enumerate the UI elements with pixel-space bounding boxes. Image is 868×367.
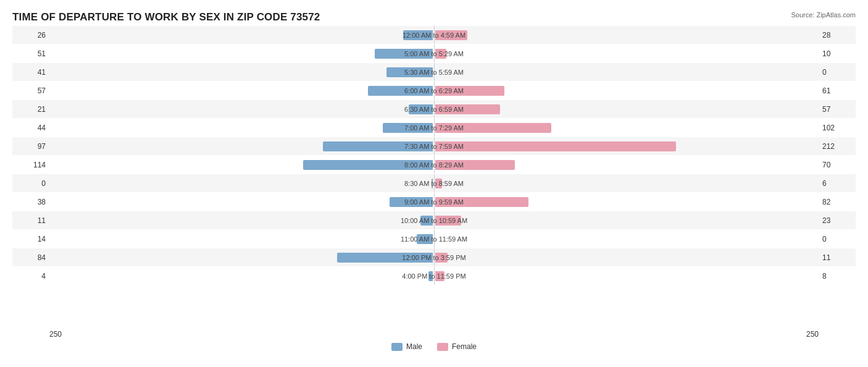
male-value: 14 [12,235,49,243]
center-line [434,193,435,211]
female-bar [435,216,461,226]
female-value: 61 [819,86,856,95]
legend-male-label: Male [406,342,422,351]
center-line [434,82,435,99]
chart-row: 14 11:00 AM to 11:59 AM 0 [12,230,856,248]
center-line [434,100,435,118]
male-value: 97 [12,142,49,151]
male-bar-wrap [49,29,434,41]
male-bar [323,141,433,151]
female-value: 57 [819,105,856,114]
chart-row: 84 12:00 PM to 3:59 PM 11 [12,248,856,266]
female-bar-wrap [434,103,819,116]
bars-area: 7:30 AM to 7:59 AM [49,137,819,155]
center-line [434,248,435,266]
female-bar-wrap [434,66,819,78]
chart-row: 4 4:00 PM to 11:59 PM 8 [12,267,856,285]
center-line [434,63,435,81]
male-value: 38 [12,198,49,206]
male-value: 26 [12,31,49,40]
center-line [434,211,435,229]
male-bar-wrap [49,196,434,208]
female-value: 28 [819,31,856,40]
axis-left-label: 250 [49,330,62,339]
female-value: 6 [819,179,856,188]
legend-female-label: Female [452,342,477,351]
male-bar [390,197,433,207]
male-bar [386,67,433,77]
female-bar-wrap [434,122,819,134]
male-bar [383,123,433,133]
female-value: 8 [819,272,856,281]
bars-area: 6:30 AM to 6:59 AM [49,100,819,118]
chart-area: 26 12:00 AM to 4:59 AM 28 51 5:00 AM to … [12,26,856,329]
chart-row: 51 5:00 AM to 5:29 AM 10 [12,44,856,62]
chart-title: TIME OF DEPARTURE TO WORK BY SEX IN ZIP … [12,11,856,23]
male-value: 114 [12,161,49,169]
chart-row: 11 10:00 AM to 10:59 AM 23 [12,211,856,229]
female-bar-wrap [434,270,819,282]
male-bar-wrap [49,270,434,282]
male-bar-wrap [49,233,434,245]
bars-area: 5:30 AM to 5:59 AM [49,63,819,81]
female-bar [435,141,676,151]
female-bar [435,160,515,170]
male-value: 51 [12,49,49,58]
female-value: 10 [819,49,856,58]
female-bar [435,86,504,96]
male-bar [428,271,433,281]
female-value: 0 [819,68,856,77]
chart-container: TIME OF DEPARTURE TO WORK BY SEX IN ZIP … [0,0,868,367]
female-value: 212 [819,142,856,151]
male-bar [368,86,433,96]
bars-area: 5:00 AM to 5:29 AM [49,44,819,62]
legend-female: Female [437,342,477,351]
male-bar [337,253,433,263]
bars-area: 9:00 AM to 9:59 AM [49,193,819,211]
male-value: 44 [12,124,49,132]
bars-area: 8:30 AM to 8:59 AM [49,174,819,192]
chart-row: 21 6:30 AM to 6:59 AM 57 [12,100,856,118]
source-text: Source: ZipAtlas.com [791,11,856,19]
center-line [434,26,435,44]
female-bar [435,104,500,114]
female-bar-wrap [434,196,819,208]
female-value: 82 [819,198,856,206]
male-value: 4 [12,272,49,281]
male-value: 57 [12,86,49,95]
male-value: 0 [12,179,49,188]
female-value: 102 [819,124,856,132]
female-bar-wrap [434,177,819,190]
female-bar-wrap [434,159,819,171]
male-value: 41 [12,68,49,77]
male-bar-wrap [49,159,434,171]
male-bar [403,30,433,40]
bars-area: 4:00 PM to 11:59 PM [49,267,819,285]
male-bar [417,234,433,244]
center-line [434,174,435,192]
male-bar-wrap [49,85,434,97]
bars-area: 10:00 AM to 10:59 AM [49,211,819,229]
female-value: 11 [819,253,856,262]
female-bar-wrap [434,251,819,264]
male-bar-wrap [49,66,434,78]
male-bar-wrap [49,251,434,264]
male-bar-wrap [49,177,434,190]
male-bar-wrap [49,214,434,227]
chart-row: 57 6:00 AM to 6:29 AM 61 [12,82,856,99]
female-bar [435,271,444,281]
chart-row: 26 12:00 AM to 4:59 AM 28 [12,26,856,44]
female-value: 70 [819,161,856,169]
female-bar [435,30,467,40]
female-bar-wrap [434,48,819,60]
female-bar-wrap [434,214,819,227]
female-value: 0 [819,235,856,243]
female-bar-wrap [434,85,819,97]
male-bar [375,49,433,59]
legend-female-icon [437,343,448,351]
bars-area: 8:00 AM to 8:29 AM [49,156,819,174]
female-value: 23 [819,216,856,225]
male-value: 11 [12,216,49,225]
female-bar [435,123,551,133]
chart-row: 97 7:30 AM to 7:59 AM 212 [12,137,856,155]
